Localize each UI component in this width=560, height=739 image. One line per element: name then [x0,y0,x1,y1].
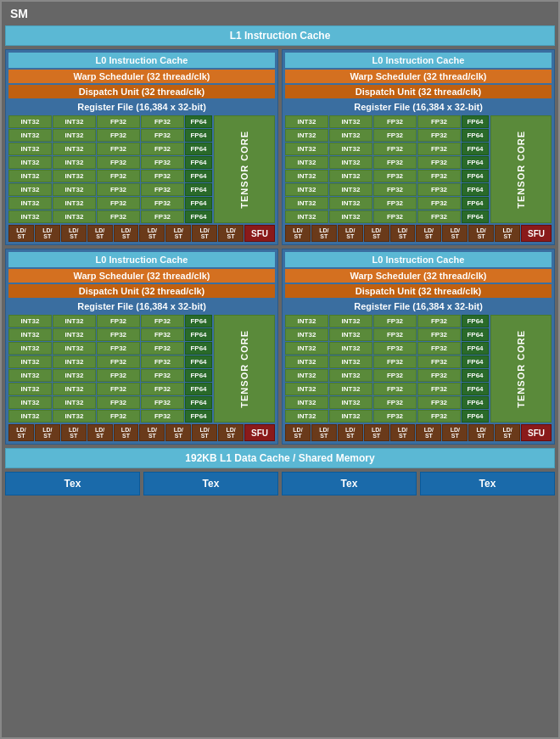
warp-scheduler-1: Warp Scheduler (32 thread/clk) [8,70,275,83]
unit-row: INT32 INT32 FP32 FP32 FP64 [285,369,489,382]
ld-st: LD/ST [35,424,60,441]
fp32: FP32 [141,383,184,395]
fp64: FP64 [462,356,489,368]
int32: INT32 [329,129,372,142]
fp32: FP32 [373,342,417,355]
fp32: FP32 [417,383,461,395]
unit-row: INT32 INT32 FP32 FP32 FP64 [8,170,212,182]
int32: INT32 [285,342,328,355]
fp64: FP64 [462,315,489,328]
int32: INT32 [53,410,96,423]
compute-area-1: INT32 INT32 FP32 FP32 FP64 INT32 INT32 F… [8,115,275,223]
ld-st: LD/ST [442,424,468,441]
unit-row: INT32 INT32 FP32 FP32 FP64 [8,115,212,128]
ld-st: LD/ST [311,225,337,242]
sfu-3: SFU [244,424,275,441]
int32: INT32 [285,197,328,210]
unit-row: INT32 INT32 FP32 FP32 FP64 [285,129,489,142]
int32: INT32 [53,170,96,182]
fp64: FP64 [462,115,489,128]
unit-row: INT32 INT32 FP32 FP32 FP64 [8,396,212,409]
fp32: FP32 [417,210,461,223]
int32: INT32 [329,156,372,169]
fp32: FP32 [417,170,461,182]
int32: INT32 [53,143,96,155]
fp32: FP32 [417,183,461,196]
fp64: FP64 [185,156,212,169]
fp64: FP64 [462,129,489,142]
int32: INT32 [8,115,52,128]
int32: INT32 [285,143,328,155]
int32: INT32 [8,183,52,196]
int32: INT32 [285,170,328,182]
l0-cache-3: L0 Instruction Cache [8,252,275,267]
int32: INT32 [8,210,52,223]
unit-row: INT32 INT32 FP32 FP32 FP64 [8,328,212,341]
ld-st: LD/ST [165,225,191,242]
fp32: FP32 [417,328,461,341]
fp64: FP64 [185,197,212,210]
fp64: FP64 [462,197,489,210]
ld-st: LD/ST [192,225,217,242]
int32: INT32 [329,183,372,196]
fp32: FP32 [97,210,140,223]
fp64: FP64 [462,383,489,395]
unit-row: INT32 INT32 FP32 FP32 FP64 [285,342,489,355]
fp32: FP32 [97,115,140,128]
ld-st: LD/ST [218,424,244,441]
ld-st: LD/ST [192,424,217,441]
fp32: FP32 [97,129,140,142]
fp32: FP32 [97,143,140,155]
fp32: FP32 [373,183,417,196]
ld-st: LD/ST [285,424,311,441]
fp32: FP32 [417,342,461,355]
fp32: FP32 [417,356,461,368]
fp64: FP64 [185,383,212,395]
fp32: FP32 [97,369,140,382]
compute-area-4: INT32 INT32 FP32 FP32 FP64 INT32 INT32 F… [285,315,552,423]
tensor-core-2: TENSOR CORE [490,115,552,223]
tex-2: Tex [143,472,278,495]
int32: INT32 [53,197,96,210]
tensor-core-1: TENSOR CORE [214,115,275,223]
register-file-1: Register File (16,384 x 32-bit) [8,100,275,114]
int32: INT32 [285,129,328,142]
ld-st: LD/ST [114,424,139,441]
dispatch-unit-4: Dispatch Unit (32 thread/clk) [285,284,552,298]
int32: INT32 [8,170,52,182]
fp32: FP32 [141,356,184,368]
int32: INT32 [8,396,52,409]
ld-st: LD/ST [364,225,389,242]
fp64: FP64 [462,210,489,223]
fp64: FP64 [462,156,489,169]
fp32: FP32 [141,342,184,355]
fp64: FP64 [185,143,212,155]
fp32: FP32 [141,115,184,128]
fp32: FP32 [373,143,417,155]
fp32: FP32 [97,197,140,210]
warp-scheduler-3: Warp Scheduler (32 thread/clk) [8,269,275,283]
fp32: FP32 [373,410,417,423]
fp32: FP32 [373,197,417,210]
tex-4: Tex [420,472,555,495]
ld-st: LD/ST [139,424,165,441]
int32: INT32 [8,315,52,328]
unit-row: INT32 INT32 FP32 FP32 FP64 [285,396,489,409]
fp32: FP32 [417,396,461,409]
register-file-4: Register File (16,384 x 32-bit) [285,300,552,313]
sm-title: SM [5,5,555,22]
register-file-2: Register File (16,384 x 32-bit) [285,100,552,114]
fp64: FP64 [185,115,212,128]
units-col-4: INT32 INT32 FP32 FP32 FP64 INT32 INT32 F… [285,315,489,423]
fp32: FP32 [97,183,140,196]
fp32: FP32 [141,197,184,210]
int32: INT32 [285,356,328,368]
ld-st: LD/ST [311,424,337,441]
int32: INT32 [329,356,372,368]
int32: INT32 [8,143,52,155]
fp32: FP32 [417,156,461,169]
fp32: FP32 [417,369,461,382]
int32: INT32 [8,410,52,423]
fp32: FP32 [373,396,417,409]
fp32: FP32 [97,170,140,182]
